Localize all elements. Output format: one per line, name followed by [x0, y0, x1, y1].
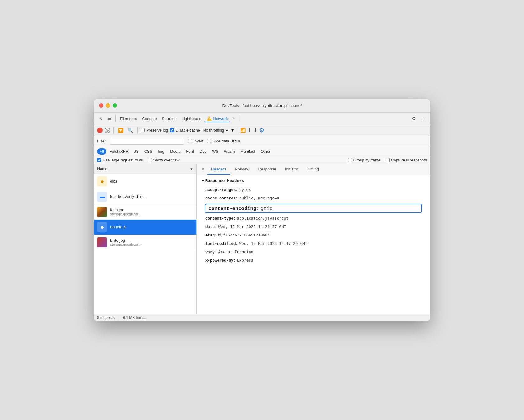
maximize-button[interactable]	[113, 103, 117, 108]
invert-checkbox[interactable]	[188, 139, 192, 143]
tab-warning-container: ⚠️ Network	[206, 116, 228, 121]
tab-initiator[interactable]: Initiator	[281, 164, 302, 175]
download-icon[interactable]: ⬇	[253, 127, 257, 133]
titlebar: DevTools - foul-heavenly-direction.glitc…	[94, 99, 430, 113]
preserve-log-label[interactable]: Preserve log	[141, 128, 168, 133]
filter-type-fetch[interactable]: Fetch/XHR	[107, 148, 131, 155]
large-rows-label[interactable]: Use large request rows	[97, 158, 143, 162]
tab-preview[interactable]: Preview	[231, 164, 253, 175]
close-details-button[interactable]: ✕	[200, 165, 206, 174]
file-icon-img-2	[97, 237, 107, 247]
gear-icon: ⚙	[412, 116, 416, 122]
throttle-select[interactable]: No throttling	[202, 128, 229, 133]
hide-data-urls-label[interactable]: Hide data URLs	[207, 139, 240, 143]
disable-cache-label[interactable]: Disable cache	[170, 128, 200, 133]
settings-button[interactable]: ⚙	[410, 114, 418, 123]
filter-row: Filter Invert Hide data URLs	[94, 136, 430, 147]
cursor-tool-button[interactable]: ↖	[97, 115, 104, 122]
filter-type-js[interactable]: JS	[132, 148, 141, 155]
options-left: Use large request rows Show overview	[97, 158, 180, 162]
capture-screenshots-checkbox[interactable]	[386, 158, 390, 162]
filter-type-ws[interactable]: WS	[209, 148, 221, 155]
main-content: Name ▼ ◆ /libs ▬ foul-heavenly-dire...	[94, 164, 430, 314]
filter-type-manifest[interactable]: Manifest	[238, 148, 258, 155]
tab-elements[interactable]: Elements	[118, 115, 139, 122]
header-key: date:	[205, 224, 217, 230]
minimize-button[interactable]	[106, 103, 110, 108]
status-bar: 8 requests | 6.1 MB trans...	[94, 314, 430, 321]
tab-sources[interactable]: Sources	[160, 115, 179, 122]
upload-icon[interactable]: ⬆	[247, 127, 251, 133]
header-key: etag:	[205, 232, 217, 239]
close-button[interactable]	[99, 103, 103, 108]
header-row: x-powered-by: Express	[202, 256, 425, 265]
search-icon: 🔍	[128, 128, 133, 133]
chevron-icon: ▼	[202, 179, 204, 183]
details-panel: ✕ Headers Preview Response Initiator Tim…	[197, 164, 430, 314]
list-item[interactable]: fesh.jpg storage.googleapi...	[94, 204, 196, 220]
window-title: DevTools - foul-heavenly-direction.glitc…	[222, 103, 302, 108]
ellipsis-icon: ⋮	[421, 116, 425, 121]
filter-type-other[interactable]: Other	[258, 148, 273, 155]
block-button[interactable]: ⊘	[105, 128, 110, 133]
filter-type-font[interactable]: Font	[184, 148, 196, 155]
more-options-button[interactable]: ⋮	[419, 115, 427, 122]
header-row: etag: W/"15cc63-186e5a210a8"	[202, 231, 425, 240]
header-row: date: Wed, 15 Mar 2023 14:20:57 GMT	[202, 223, 425, 231]
file-info: brrto.jpg storage.googleapi...	[110, 238, 193, 246]
tab-console[interactable]: Console	[140, 115, 159, 122]
file-icon-img	[97, 207, 107, 217]
large-rows-checkbox[interactable]	[97, 158, 101, 162]
record-button[interactable]	[97, 128, 103, 133]
disable-cache-checkbox[interactable]	[170, 128, 174, 132]
file-name: fesh.jpg	[110, 208, 193, 212]
capture-screenshots-label[interactable]: Capture screenshots	[386, 158, 427, 162]
wifi-icon: 📶	[240, 128, 246, 133]
header-row: last-modified: Wed, 15 Mar 2023 14:17:29…	[202, 240, 425, 248]
filter-button[interactable]: 🔽	[117, 127, 124, 133]
file-name: foul-heavenly-dire...	[110, 194, 193, 199]
show-overview-label[interactable]: Show overview	[148, 158, 180, 162]
js-icon-selected: ◆	[101, 225, 104, 230]
tab-network[interactable]: ⚠️ Network	[204, 115, 230, 122]
header-value: Express	[237, 257, 254, 264]
list-item[interactable]: ◆ /libs	[94, 174, 196, 189]
show-overview-checkbox[interactable]	[148, 158, 152, 162]
highlighted-header-row: content-encoding: gzip	[205, 204, 422, 213]
network-settings-icon[interactable]: ⚙	[259, 127, 264, 134]
list-item[interactable]: ▬ foul-heavenly-dire...	[94, 189, 196, 204]
filter-type-media[interactable]: Media	[167, 148, 183, 155]
filter-type-all[interactable]: All	[97, 148, 106, 155]
more-tabs-button[interactable]: »	[231, 115, 236, 122]
group-by-frame-label[interactable]: Group by frame	[348, 158, 381, 162]
preserve-log-checkbox[interactable]	[141, 128, 145, 132]
tab-timing[interactable]: Timing	[303, 164, 323, 175]
header-key: content-encoding:	[208, 206, 259, 212]
list-item[interactable]: brrto.jpg storage.googleapi...	[94, 235, 196, 250]
actions-sep	[113, 127, 114, 133]
search-button[interactable]: 🔍	[126, 127, 134, 133]
header-value: Wed, 15 Mar 2023 14:17:29 GMT	[239, 240, 307, 247]
hide-data-urls-checkbox[interactable]	[207, 139, 211, 143]
sort-icon[interactable]: ▼	[190, 167, 193, 171]
header-key: last-modified:	[205, 241, 238, 247]
filter-type-css[interactable]: CSS	[142, 148, 155, 155]
file-icon-js: ◆	[97, 176, 107, 186]
filter-type-img[interactable]: Img	[155, 148, 167, 155]
group-by-frame-checkbox[interactable]	[348, 158, 352, 162]
header-row: accept-ranges: bytes	[202, 186, 425, 194]
device-toggle-button[interactable]: ▭	[105, 115, 113, 122]
options-right: Group by frame Capture screenshots	[348, 158, 427, 162]
header-key: cache-control:	[205, 195, 238, 202]
name-column-header: Name	[97, 167, 107, 171]
tab-headers[interactable]: Headers	[207, 164, 230, 175]
list-item[interactable]: ◆ bundle.js	[94, 220, 196, 235]
filter-input[interactable]	[110, 138, 184, 145]
filter-type-wasm[interactable]: Wasm	[222, 148, 237, 155]
filter-type-doc[interactable]: Doc	[197, 148, 209, 155]
tab-lighthouse[interactable]: Lighthouse	[180, 115, 204, 122]
tab-response[interactable]: Response	[254, 164, 280, 175]
file-icon-doc: ▬	[97, 192, 107, 202]
invert-label[interactable]: Invert	[188, 139, 203, 143]
file-name: brrto.jpg	[110, 238, 193, 243]
